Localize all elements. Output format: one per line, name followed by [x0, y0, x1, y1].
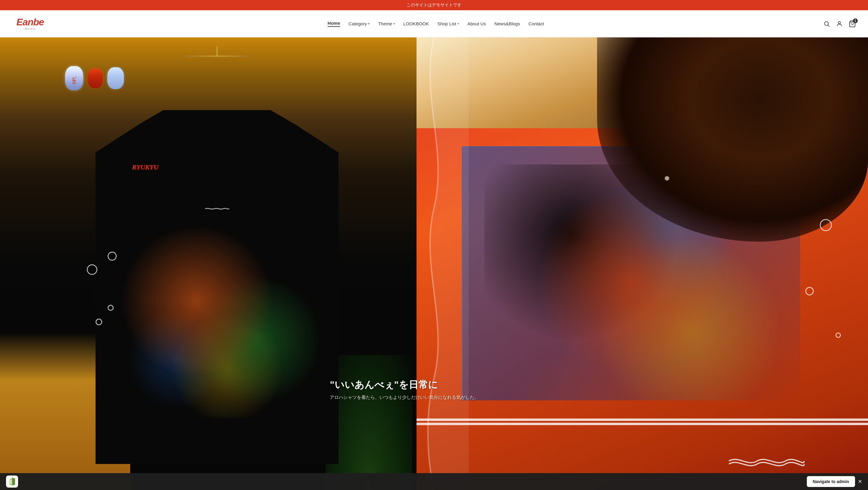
deco-circle-left-1 [87, 264, 97, 275]
site-header: Eanbe -demo- Home Category ▾ Theme ▾ LOO… [0, 10, 868, 37]
hero-section: ビール RYUKYU [0, 37, 868, 490]
svg-point-2 [838, 22, 840, 24]
cart-button[interactable]: 1 [849, 20, 856, 27]
wave-deco-right [687, 454, 845, 468]
hair-area [597, 37, 868, 242]
lantern-2 [88, 68, 103, 88]
hero-text-block: "いいあんべぇ"を日常に アロハシャツを着たら、いつもより少しだけいい気分になれ… [330, 378, 479, 400]
nav-category[interactable]: Category ▾ [349, 21, 370, 26]
hero-title: "いいあんべぇ"を日常に [330, 378, 479, 392]
logo-text: Eanbe [16, 17, 44, 27]
close-admin-button[interactable]: × [858, 478, 862, 485]
hero-left-panel: ビール RYUKYU [0, 37, 434, 490]
navigate-admin-button[interactable]: Navigate to admin [807, 476, 855, 487]
nav-lookbook[interactable]: LOOKBOOK [403, 21, 429, 26]
hanger [182, 47, 252, 128]
logo[interactable]: Eanbe -demo- [12, 17, 48, 30]
admin-bar-right: Navigate to admin × [807, 476, 862, 487]
deco-circle-2 [107, 305, 114, 311]
main-nav: Home Category ▾ Theme ▾ LOOKBOOK Shop Li… [48, 21, 824, 27]
ryukyu-text: RYUKYU [132, 163, 158, 171]
shopify-logo [6, 475, 18, 488]
embroidery-patch [115, 223, 319, 418]
lantern-3 [107, 67, 124, 89]
svg-line-1 [828, 25, 830, 27]
wave-deco-1 [125, 205, 310, 208]
patch-colors [115, 223, 319, 418]
announcement-bar: このサイトはデモサイトです [0, 0, 868, 10]
hero-subtitle: アロハシャツを着たら、いつもより少しだけいい気分になれる気がした。 [330, 395, 479, 400]
nav-shoplist[interactable]: Shop List ▾ [437, 21, 459, 26]
search-button[interactable] [824, 21, 830, 27]
nav-home[interactable]: Home [328, 21, 340, 27]
cart-count: 1 [853, 19, 858, 23]
logo-subtitle: -demo- [23, 27, 37, 30]
earring [665, 176, 669, 180]
chevron-down-icon: ▾ [458, 22, 459, 25]
hero-right-panel [416, 37, 868, 490]
header-icons: 1 [824, 20, 856, 27]
announcement-text: このサイトはデモサイトです [407, 2, 461, 7]
jacket-body: RYUKYU [96, 110, 338, 464]
chevron-down-icon: ▾ [368, 22, 370, 25]
chevron-down-icon: ▾ [393, 22, 395, 25]
nav-contact[interactable]: Contact [528, 21, 544, 26]
admin-bar: Navigate to admin × [0, 473, 868, 490]
account-button[interactable] [836, 21, 843, 27]
nav-about[interactable]: About Us [467, 21, 486, 26]
svg-point-0 [825, 22, 829, 25]
deco-circle-1 [107, 252, 117, 261]
account-icon [836, 21, 843, 27]
search-icon [824, 21, 830, 27]
deco-circle-right-3 [835, 333, 841, 338]
lantern-1: ビール [65, 66, 83, 90]
nav-news[interactable]: News&Blogs [494, 21, 520, 26]
hero-divider [399, 37, 469, 490]
deco-circle-right-1 [820, 219, 832, 231]
nav-theme[interactable]: Theme ▾ [378, 21, 395, 26]
admin-bar-left [6, 475, 18, 488]
